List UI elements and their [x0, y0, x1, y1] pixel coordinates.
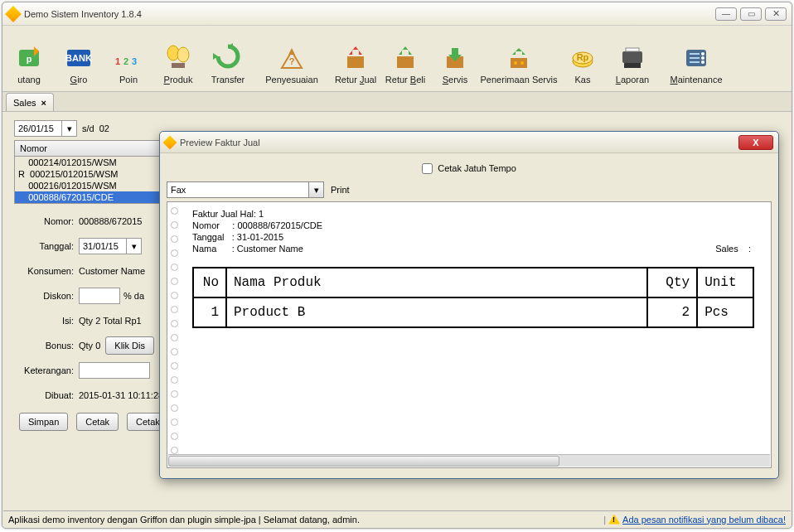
toolbar-returbeli[interactable]: Retur Beli [380, 41, 430, 86]
title-bar: Demo Sistem Inventory 1.8.4 — ▭ ✕ [2, 2, 792, 26]
svg-rect-9 [172, 63, 185, 68]
toolbar-utang[interactable]: putang [4, 41, 54, 86]
keterangan-input[interactable] [79, 362, 150, 379]
col-nama-produk: Nama Produk [226, 268, 647, 297]
list-row[interactable]: 000888/672015/CDE [15, 191, 159, 203]
svg-point-28 [701, 56, 704, 60]
simpan-button[interactable]: Simpan [19, 413, 68, 431]
dibuat-label: Dibuat: [14, 390, 79, 400]
toolbar-produk[interactable]: Produk [153, 41, 203, 86]
doc-nomor-line: Nomor : 000888/672015/CDE [192, 220, 766, 230]
cetak-jatuh-tempo-checkbox[interactable] [422, 163, 433, 174]
date-from-dropdown-icon[interactable]: ▾ [61, 121, 76, 136]
toolbar-giro[interactable]: BANKGiro [54, 41, 104, 86]
toolbar-returjual[interactable]: Retur Jual [331, 41, 380, 86]
list-header: Nomor [15, 141, 159, 157]
svg-text:BANK: BANK [65, 53, 92, 63]
doc-heading: Faktur Jual Hal: 1 [192, 209, 766, 219]
penerimaanservis-icon [504, 43, 534, 73]
svg-rect-26 [690, 61, 700, 63]
list-row[interactable]: 000214/012015/WSM [15, 157, 159, 168]
svg-text:1: 1 [115, 56, 120, 66]
svg-rect-14 [511, 58, 527, 68]
toolbar-label: Servis [443, 75, 468, 85]
doc-sales-label: Sales : [715, 244, 751, 254]
svg-rect-25 [690, 57, 700, 59]
document-preview: Faktur Jual Hal: 1 Nomor : 000888/672015… [167, 201, 772, 468]
tanggal-box[interactable]: ▾ [79, 238, 142, 254]
minimize-button[interactable]: — [715, 7, 737, 21]
toolbar-penyesuaian[interactable]: ?Penyesuaian [253, 41, 331, 86]
output-combo[interactable]: Fax ▾ [167, 181, 324, 198]
toolbar-label: Kas [575, 75, 591, 85]
toolbar-label: Penyesuaian [265, 75, 318, 85]
diskon-input[interactable] [79, 288, 120, 304]
produk-icon [163, 43, 193, 73]
close-button[interactable]: ✕ [765, 7, 787, 21]
close-tab-icon[interactable]: × [41, 98, 46, 108]
print-link[interactable]: Print [331, 185, 350, 195]
status-bar: Aplikasi demo inventory dengan Griffon d… [3, 510, 791, 527]
notification-link[interactable]: Ada pesan notifikasi yang belum dibaca! [608, 515, 786, 525]
svg-text:3: 3 [132, 56, 137, 66]
col-no: No [193, 268, 226, 297]
penyesuaian-icon: ? [277, 43, 307, 73]
doc-item-row: 1Product B2Pcs [193, 297, 753, 327]
tab-sales[interactable]: Sales × [6, 93, 54, 111]
toolbar-label: Retur Beli [385, 75, 425, 85]
giro-icon: BANK [64, 43, 94, 73]
svg-point-16 [520, 61, 524, 65]
doc-nama-line: Nama : Customer NameSales : [192, 244, 766, 254]
bonus-value: Qty 0 [79, 341, 100, 351]
app-icon [163, 135, 177, 149]
list-row[interactable]: 000216/012015/WSM [15, 180, 159, 191]
svg-rect-20 [622, 51, 642, 63]
toolbar-maintenance[interactable]: Maintenance [657, 41, 735, 86]
window-title: Demo Sistem Inventory 1.8.4 [24, 9, 715, 19]
toolbar-label: Maintenance [671, 75, 723, 85]
isi-value: Qty 2 Total Rp1 [79, 316, 142, 326]
toolbar-label: Produk [164, 75, 193, 85]
chevron-down-icon[interactable]: ▾ [126, 239, 141, 254]
toolbar-laporan[interactable]: Laporan [608, 41, 657, 86]
svg-text:p: p [27, 54, 32, 64]
date-from-box[interactable]: ▾ [14, 120, 77, 137]
svg-rect-12 [397, 56, 414, 68]
bonus-button[interactable]: Klik Dis [105, 336, 154, 355]
combo-value: Fax [167, 185, 308, 195]
sd-label: s/d [82, 123, 94, 133]
tab-label: Sales [13, 98, 36, 108]
toolbar-servis[interactable]: Servis [430, 41, 480, 86]
scrollbar-thumb[interactable] [168, 456, 559, 467]
konsumen-label: Konsumen: [14, 266, 79, 276]
maximize-button[interactable]: ▭ [740, 7, 762, 21]
toolbar-kas[interactable]: RpKas [558, 41, 608, 86]
utang-icon: p [14, 43, 44, 73]
tanggal-input[interactable] [80, 239, 126, 254]
date-from-input[interactable] [15, 121, 61, 136]
returbeli-icon [390, 43, 420, 73]
list-row[interactable]: R 000215/012015/WSM [15, 168, 159, 180]
nomor-value: 000888/672015 [79, 216, 142, 226]
invoice-list: Nomor 000214/012015/WSMR 000215/012015/W… [14, 140, 160, 204]
keterangan-label: Keterangan: [14, 365, 79, 375]
status-text: Aplikasi demo inventory dengan Griffon d… [8, 515, 603, 525]
cetak-button[interactable]: Cetak [76, 413, 119, 431]
horizontal-scrollbar[interactable] [168, 454, 770, 467]
toolbar-label: Giro [70, 75, 88, 85]
chevron-down-icon[interactable]: ▾ [308, 182, 323, 197]
warning-icon [608, 515, 620, 525]
toolbar-penerimaanservis[interactable]: Penerimaan Servis [480, 41, 558, 86]
svg-point-29 [701, 60, 704, 64]
toolbar-poin[interactable]: 123Poin [104, 41, 153, 86]
preview-close-button[interactable]: X [738, 135, 773, 150]
svg-text:2: 2 [123, 56, 128, 66]
diskon-label: Diskon: [14, 291, 79, 301]
diskon-suffix: % da [123, 291, 144, 301]
svg-rect-11 [347, 56, 364, 68]
svg-rect-21 [624, 63, 641, 68]
main-toolbar: putangBANKGiro123PoinProdukTransfer?Peny… [2, 26, 792, 92]
toolbar-label: Transfer [211, 75, 245, 85]
toolbar-transfer[interactable]: Transfer [203, 41, 253, 86]
app-icon [5, 6, 22, 22]
